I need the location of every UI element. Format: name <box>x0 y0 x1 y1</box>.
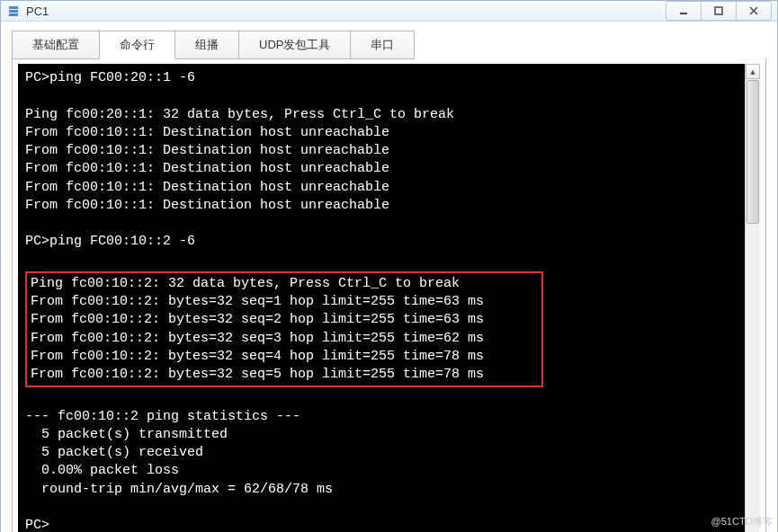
scroll-thumb[interactable] <box>747 80 759 224</box>
terminal-line: Ping fc00:20::1: 32 data bytes, Press Ct… <box>25 106 738 124</box>
terminal-line: From fc00:10::2: bytes=32 seq=2 hop limi… <box>31 311 538 329</box>
terminal-line <box>25 215 738 233</box>
tab-basic-config[interactable]: 基础配置 <box>12 31 100 59</box>
terminal-line: From fc00:10::1: Destination host unreac… <box>25 160 738 178</box>
terminal-line <box>25 499 738 517</box>
terminal-line: From fc00:10::2: bytes=32 seq=3 hop limi… <box>31 330 538 348</box>
maximize-icon <box>714 6 723 15</box>
terminal-line: Ping fc00:10::2: 32 data bytes, Press Ct… <box>31 275 538 293</box>
tab-bar: 基础配置 命令行 组播 UDP发包工具 串口 <box>12 31 766 59</box>
minimize-button[interactable] <box>666 1 702 21</box>
terminal-line: From fc00:10::2: bytes=32 seq=4 hop limi… <box>31 348 538 366</box>
terminal-line: --- fc00:10::2 ping statistics --- <box>25 408 738 426</box>
content-area: 基础配置 命令行 组播 UDP发包工具 串口 PC>ping FC00:20::… <box>1 22 777 532</box>
terminal-line: From fc00:10::1: Destination host unreac… <box>25 179 738 197</box>
app-window: PC1 基础配置 命令行 组播 UDP发包工具 串口 PC>ping FC00:… <box>0 0 778 532</box>
terminal-line: From fc00:10::2: bytes=32 seq=5 hop limi… <box>31 366 538 384</box>
watermark: @51CTO博客 <box>711 515 773 528</box>
terminal-line: 0.00% packet loss <box>25 462 738 480</box>
terminal-line: From fc00:10::1: Destination host unreac… <box>25 142 738 160</box>
window-title: PC1 <box>26 4 666 18</box>
window-controls <box>666 1 772 21</box>
terminal-line: From fc00:10::1: Destination host unreac… <box>25 124 738 142</box>
terminal-line <box>25 87 738 105</box>
terminal-line <box>25 389 738 407</box>
maximize-button[interactable] <box>701 1 737 21</box>
tab-command-line[interactable]: 命令行 <box>99 31 175 59</box>
app-icon <box>6 4 21 18</box>
svg-rect-0 <box>680 13 687 14</box>
terminal-line: 5 packet(s) transmitted <box>25 426 738 444</box>
terminal-frame: PC>ping FC00:20::1 -6 Ping fc00:20::1: 3… <box>12 58 766 532</box>
terminal-line: round-trip min/avg/max = 62/68/78 ms <box>25 481 738 499</box>
tab-serial[interactable]: 串口 <box>350 31 415 59</box>
minimize-icon <box>679 6 688 15</box>
terminal-line: From fc00:10::2: bytes=32 seq=1 hop limi… <box>31 293 538 311</box>
terminal-line: From fc00:10::1: Destination host unreac… <box>25 197 738 215</box>
terminal-line: PC>ping FC00:10::2 -6 <box>25 233 738 251</box>
terminal-line: 5 packet(s) received <box>25 444 738 462</box>
titlebar: PC1 <box>1 1 777 22</box>
close-button[interactable] <box>736 1 772 21</box>
tab-udp-tool[interactable]: UDP发包工具 <box>238 31 351 59</box>
terminal-line: PC> <box>25 517 738 532</box>
highlighted-region: Ping fc00:10::2: 32 data bytes, Press Ct… <box>25 271 543 388</box>
svg-rect-1 <box>715 7 722 14</box>
tab-multicast[interactable]: 组播 <box>174 31 239 59</box>
close-icon <box>749 6 758 15</box>
terminal-line: PC>ping FC00:20::1 -6 <box>25 69 738 87</box>
scroll-up-button[interactable]: ▲ <box>746 64 760 79</box>
vertical-scrollbar: ▲ <box>745 64 760 532</box>
terminal-line <box>25 252 738 270</box>
terminal-output[interactable]: PC>ping FC00:20::1 -6 Ping fc00:20::1: 3… <box>18 64 745 532</box>
